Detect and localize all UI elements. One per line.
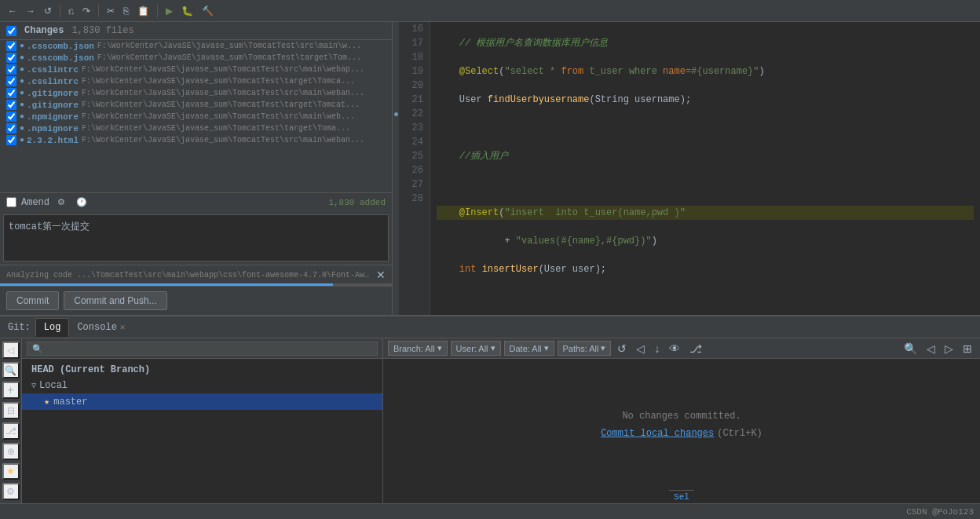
commit-button[interactable]: Commit	[6, 291, 59, 310]
gutter-26	[393, 163, 399, 177]
file-dot-icon: ●	[20, 112, 24, 121]
nav-prev-btn[interactable]: ◁	[923, 341, 938, 356]
file-path-5: F:\WorkCenter\JavaSE\javase_sum\TomcatTe…	[82, 101, 360, 109]
tree-local-item[interactable]: ▽ Local	[22, 378, 382, 393]
nav-left-log-btn[interactable]: ◁	[633, 341, 648, 356]
file-checkbox-3[interactable]	[6, 76, 16, 86]
paths-filter-label: Paths: All	[563, 344, 599, 353]
nav-down-log-btn[interactable]: ↓	[651, 341, 663, 356]
file-dot-icon: ●	[20, 89, 24, 97]
chevron-down-icon-4: ▾	[601, 343, 605, 353]
vc-header: Changes 1,830 files	[0, 22, 392, 40]
code-content[interactable]: // 根据用户名查询数据库用户信息 @Select("select * from…	[430, 22, 980, 315]
git-search-input[interactable]	[27, 342, 378, 356]
amend-label[interactable]: Amend	[21, 197, 49, 208]
file-name-1: .csscomb.json	[27, 53, 94, 63]
git-log-left-toolbar	[22, 338, 382, 359]
search-log-btn[interactable]: 🔍	[901, 341, 920, 356]
branch-log-btn[interactable]: ⎇	[686, 341, 705, 356]
log-tab[interactable]: Log	[35, 318, 70, 337]
file-checkbox-4[interactable]	[6, 88, 16, 98]
sep1	[60, 5, 60, 17]
file-path-1: F:\WorkCenter\JavaSE\javase_sum\TomcatTe…	[97, 53, 361, 62]
code-line-21	[437, 177, 974, 192]
console-tab[interactable]: Console ✕	[69, 319, 133, 336]
expand-btn[interactable]: ⊞	[960, 341, 975, 356]
sidebar-delete-btn[interactable]: ⊟	[2, 402, 20, 419]
file-checkbox-5[interactable]	[6, 100, 16, 110]
paste-btn[interactable]: 📋	[134, 4, 152, 18]
top-toolbar: ← → ↺ ⎌ ↷ ✂ ⎘ 📋 ▶ 🐛 🔨	[0, 0, 980, 22]
file-checkbox-6[interactable]	[6, 111, 16, 122]
filter-user-btn[interactable]: User: All ▾	[451, 341, 501, 356]
chevron-down-icon: ▾	[437, 343, 442, 353]
file-name-7: .npmignore	[27, 124, 79, 133]
changes-item: ● .gitignore F:\WorkCenter\JavaSE\javase…	[0, 87, 392, 99]
sep2	[98, 5, 99, 17]
undo-btn[interactable]: ⎌	[65, 4, 77, 18]
file-checkbox-2[interactable]	[6, 64, 16, 75]
refresh-log-btn[interactable]: ↺	[614, 341, 630, 356]
code-line-17: @Select("select * from t_user where name…	[437, 64, 974, 79]
clock-icon-btn[interactable]: 🕐	[73, 196, 90, 209]
run-btn[interactable]: ▶	[163, 4, 176, 18]
branch-master-label: master	[53, 397, 87, 408]
filter-branch-btn[interactable]: Branch: All ▾	[388, 341, 448, 356]
log-tab-label: Log	[44, 322, 61, 333]
copy-btn[interactable]: ⎘	[120, 4, 132, 18]
forward-btn[interactable]: →	[23, 4, 38, 18]
sidebar-add-btn[interactable]: +	[2, 382, 20, 399]
code-line-25	[437, 291, 974, 305]
filter-date-btn[interactable]: Date: All ▾	[504, 341, 554, 356]
file-checkbox-0[interactable]	[6, 41, 16, 51]
refresh-btn[interactable]: ↺	[41, 4, 55, 18]
file-path-7: F:\WorkCenter\JavaSE\javase_sum\TomcatTe…	[82, 124, 350, 133]
added-count: 1,830 added	[328, 198, 386, 207]
amend-checkbox[interactable]	[6, 197, 16, 207]
code-line-18: User findUserbyusername(String username)…	[437, 93, 974, 107]
cut-btn[interactable]: ✂	[104, 4, 118, 18]
back-btn[interactable]: ←	[5, 4, 20, 18]
progress-bar	[0, 283, 333, 286]
eye-log-btn[interactable]: 👁	[666, 341, 683, 356]
changes-checkbox[interactable]	[6, 26, 16, 36]
git-log-right-panel: Branch: All ▾ User: All ▾ Date: All ▾ Pa…	[383, 338, 980, 503]
sidebar-merge-btn[interactable]: ⎇	[2, 422, 20, 440]
file-checkbox-8[interactable]	[6, 135, 16, 145]
tree-branch-master[interactable]: ★ master	[22, 393, 382, 410]
sidebar-nav-left-btn[interactable]: ◁	[2, 342, 20, 359]
file-path-6: F:\WorkCenter\JavaSE\javase_sum\TomcatTe…	[82, 112, 355, 121]
branch-icon: ★	[44, 396, 49, 408]
sidebar-settings-btn[interactable]: ⚙	[2, 483, 20, 500]
status-bar: CSDN @PoJo123	[0, 503, 980, 519]
commit-link-row: Commit local changes (Ctrl+K)	[601, 428, 762, 439]
gutter-16	[393, 22, 399, 36]
sidebar-zoom-btn[interactable]: ⊕	[2, 443, 20, 460]
file-dot-icon: ●	[20, 53, 24, 62]
changes-item: ● .npmignore F:\WorkCenter\JavaSE\javase…	[0, 122, 392, 134]
nav-next-btn[interactable]: ▷	[942, 341, 956, 356]
sidebar-search-btn[interactable]: 🔍	[2, 362, 20, 379]
bottom-panel: Git: Log Console ✕ ◁ 🔍 + ⊟ ⎇ ⊕ ★ ⚙	[0, 315, 980, 503]
tabs-row: Git: Log Console ✕	[0, 316, 980, 338]
commit-message-input[interactable]: tomcat第一次提交	[3, 214, 389, 261]
line-numbers: 16 17 18 19 20 21 22 23 24 25 26 27 28	[399, 22, 430, 315]
file-checkbox-1[interactable]	[6, 53, 16, 63]
analyzing-text: Analyzing code ...\TomcatTest\src\main\w…	[6, 271, 371, 280]
tree-head-item[interactable]: HEAD (Current Branch)	[22, 362, 382, 378]
gutter-23	[393, 121, 399, 135]
debug-btn[interactable]: 🐛	[178, 4, 196, 18]
file-path-8: F:\WorkCenter\JavaSE\javase_sum\TomcatTe…	[82, 136, 364, 144]
filter-paths-btn[interactable]: Paths: All ▾	[558, 341, 612, 356]
gutter	[393, 22, 399, 315]
commit-link[interactable]: Commit local changes	[601, 428, 714, 439]
close-analyzing-btn[interactable]: ✕	[376, 269, 386, 281]
sidebar-star-btn[interactable]: ★	[2, 463, 20, 481]
redo-btn[interactable]: ↷	[79, 4, 93, 18]
settings-icon-btn[interactable]: ⚙	[54, 196, 68, 209]
commit-push-button[interactable]: Commit and Push...	[64, 291, 166, 310]
console-tab-close[interactable]: ✕	[120, 322, 126, 332]
build-btn[interactable]: 🔨	[199, 4, 217, 18]
file-checkbox-7[interactable]	[6, 123, 16, 133]
sep3	[157, 5, 158, 17]
